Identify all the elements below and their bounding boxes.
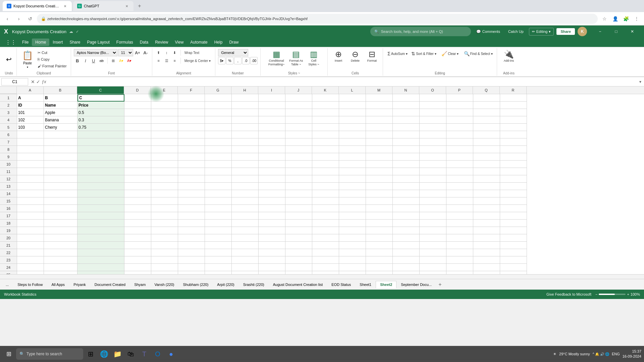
cell-21-3[interactable] <box>77 242 124 249</box>
cell-10-9[interactable] <box>259 161 285 168</box>
col-header-r[interactable]: R <box>500 86 527 94</box>
cell-6-8[interactable] <box>232 131 259 138</box>
cell-4-11[interactable] <box>312 116 339 124</box>
cell-7-9[interactable] <box>259 138 285 146</box>
cell-9-13[interactable] <box>366 153 393 161</box>
cell-21-16[interactable] <box>446 242 473 249</box>
cell-15-1[interactable] <box>17 197 44 205</box>
cell-17-6[interactable] <box>178 212 205 220</box>
col-header-d[interactable]: D <box>124 86 151 94</box>
cell-4-2[interactable]: Banana <box>44 116 77 124</box>
cell-9-9[interactable] <box>259 153 285 161</box>
cell-12-1[interactable] <box>17 175 44 183</box>
cell-20-12[interactable] <box>339 234 366 242</box>
cell-10-17[interactable] <box>473 161 500 168</box>
row-header-6[interactable]: 6 <box>0 131 17 138</box>
col-header-a[interactable]: A <box>17 86 44 94</box>
sheet-tab-sheet2[interactable]: Sheet2 <box>376 281 396 288</box>
cell-25-12[interactable] <box>339 271 366 274</box>
cell-22-16[interactable] <box>446 249 473 256</box>
align-bottom-button[interactable]: ⬇ <box>171 49 178 56</box>
sheet-tab-tab1[interactable]: ... <box>1 281 13 288</box>
fill-color-button[interactable]: A▾ <box>118 57 125 64</box>
border-button[interactable]: ⊞ <box>110 57 117 64</box>
cell-3-18[interactable] <box>500 109 527 116</box>
cell-17-9[interactable] <box>259 212 285 220</box>
cell-5-2[interactable]: Cherry <box>44 124 77 131</box>
cell-13-14[interactable] <box>393 183 420 190</box>
cell-3-4[interactable] <box>124 109 151 116</box>
workbook-stats[interactable]: Workbook Statistics <box>4 292 36 296</box>
cell-4-4[interactable] <box>124 116 151 124</box>
system-icons[interactable]: ^ 🔔 🔊 🌐 <box>593 352 609 356</box>
sheet-tab-eod[interactable]: EOD Status <box>327 281 355 288</box>
cell-3-14[interactable] <box>393 109 420 116</box>
cell-17-2[interactable] <box>44 212 77 220</box>
cell-18-5[interactable] <box>151 220 178 227</box>
font-size-selector[interactable]: 11 <box>118 49 133 56</box>
cell-21-8[interactable] <box>232 242 259 249</box>
currency-button[interactable]: $▾ <box>218 57 225 64</box>
cell-6-11[interactable] <box>312 131 339 138</box>
cell-9-7[interactable] <box>205 153 232 161</box>
row-header-15[interactable]: 15 <box>0 197 17 205</box>
cell-22-17[interactable] <box>473 249 500 256</box>
cell-17-18[interactable] <box>500 212 527 220</box>
cell-13-13[interactable] <box>366 183 393 190</box>
cell-19-18[interactable] <box>500 227 527 234</box>
cell-2-10[interactable] <box>285 102 312 109</box>
cell-25-2[interactable] <box>44 271 77 274</box>
cell-20-4[interactable] <box>124 234 151 242</box>
share-button[interactable]: Share <box>556 28 575 35</box>
cell-11-18[interactable] <box>500 168 527 175</box>
cell-16-3[interactable] <box>77 205 124 212</box>
cell-23-12[interactable] <box>339 256 366 264</box>
cell-1-13[interactable] <box>366 94 393 102</box>
cell-10-18[interactable] <box>500 161 527 168</box>
increase-font-button[interactable]: A+ <box>134 49 141 56</box>
tab-kopyst[interactable]: X Kopyst Documents Creation.xl... ✕ <box>3 1 72 11</box>
cell-5-18[interactable] <box>500 124 527 131</box>
copy-button[interactable]: ⎘ Copy <box>36 56 68 62</box>
cell-6-6[interactable] <box>178 131 205 138</box>
refresh-button[interactable]: ↺ <box>25 14 35 23</box>
tab-chatgpt-close[interactable]: ✕ <box>124 3 129 9</box>
confirm-formula-icon[interactable]: ✓ <box>36 79 40 84</box>
menu-draw[interactable]: Draw <box>226 39 242 46</box>
cell-24-3[interactable] <box>77 264 124 271</box>
cell-18-17[interactable] <box>473 220 500 227</box>
cell-17-3[interactable] <box>77 212 124 220</box>
cell-20-1[interactable] <box>17 234 44 242</box>
taskbar-search[interactable]: 🔍 Type here to search <box>16 348 83 360</box>
col-header-k[interactable]: K <box>312 86 339 94</box>
cell-4-16[interactable] <box>446 116 473 124</box>
cell-3-11[interactable] <box>312 109 339 116</box>
col-header-l[interactable]: L <box>339 86 366 94</box>
cell-9-4[interactable] <box>124 153 151 161</box>
cell-8-12[interactable] <box>339 146 366 153</box>
tab-kopyst-close[interactable]: ✕ <box>62 3 68 9</box>
cell-18-14[interactable] <box>393 220 420 227</box>
cell-25-5[interactable] <box>151 271 178 274</box>
cell-6-10[interactable] <box>285 131 312 138</box>
cell-22-14[interactable] <box>393 249 420 256</box>
cell-1-14[interactable] <box>393 94 420 102</box>
sheet-tab-shubham[interactable]: Shubham (220) <box>179 281 213 288</box>
cell-18-3[interactable] <box>77 220 124 227</box>
row-header-2[interactable]: 2 <box>0 102 17 109</box>
cell-5-1[interactable]: 103 <box>17 124 44 131</box>
cell-25-7[interactable] <box>205 271 232 274</box>
cell-13-11[interactable] <box>312 183 339 190</box>
merge-center-button[interactable]: Merge & Center ▾ <box>183 57 212 64</box>
cell-25-8[interactable] <box>232 271 259 274</box>
cell-7-14[interactable] <box>393 138 420 146</box>
cell-20-14[interactable] <box>393 234 420 242</box>
cell-17-11[interactable] <box>312 212 339 220</box>
cell-3-12[interactable] <box>339 109 366 116</box>
cell-5-7[interactable] <box>205 124 232 131</box>
cell-9-6[interactable] <box>178 153 205 161</box>
cell-11-13[interactable] <box>366 168 393 175</box>
cell-15-9[interactable] <box>259 197 285 205</box>
cell-25-3[interactable] <box>77 271 124 274</box>
cell-22-9[interactable] <box>259 249 285 256</box>
